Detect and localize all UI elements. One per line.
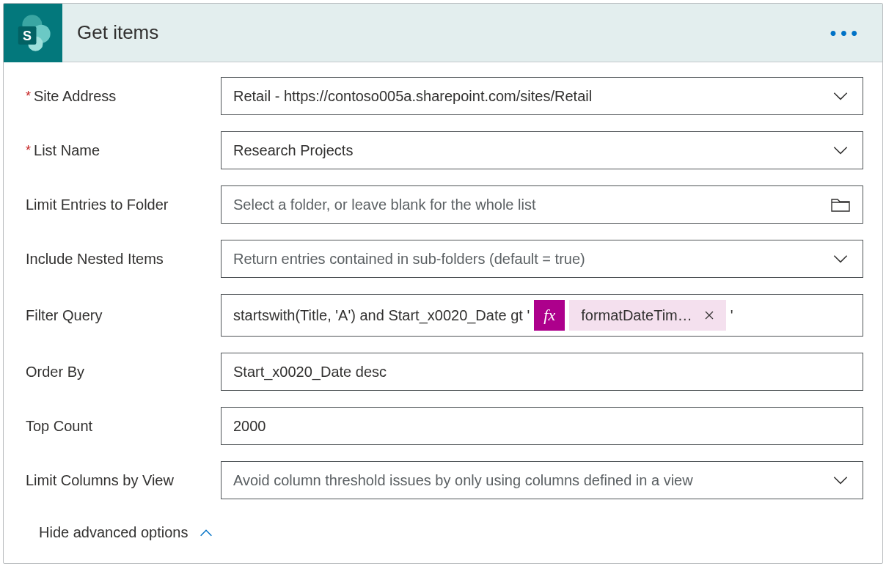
chevron-down-icon [827, 249, 854, 268]
top-count-input[interactable]: 2000 [221, 407, 863, 445]
filter-posttext: ' [731, 307, 733, 324]
row-orderby: Order By Start_x0020_Date desc [26, 353, 863, 391]
row-limitcols: Limit Columns by View Avoid column thres… [26, 461, 863, 499]
token-remove-button[interactable] [700, 306, 719, 325]
sharepoint-logo: S [4, 4, 62, 62]
expression-token[interactable]: formatDateTim… [569, 300, 726, 331]
chevron-down-icon [827, 471, 854, 490]
order-by-input[interactable]: Start_x0020_Date desc [221, 353, 863, 391]
toggle-label: Hide advanced options [39, 524, 188, 541]
list-name-dropdown[interactable]: Research Projects [221, 131, 863, 169]
fx-badge-icon: fx [534, 300, 565, 331]
row-filter: Filter Query startswith(Title, 'A') and … [26, 294, 863, 337]
action-card: S Get items ••• * Site Address Retail - … [3, 3, 883, 564]
chevron-down-icon [827, 141, 854, 160]
limit-columns-dropdown[interactable]: Avoid column threshold issues by only us… [221, 461, 863, 499]
card-header: S Get items ••• [4, 4, 882, 62]
chevron-up-icon [198, 525, 214, 541]
site-address-value: Retail - https://contoso005a.sharepoint.… [233, 88, 827, 105]
more-options-button[interactable]: ••• [810, 23, 882, 43]
list-name-value: Research Projects [233, 142, 827, 159]
label-text: Limit Entries to Folder [26, 196, 169, 213]
label-text: Filter Query [26, 307, 102, 324]
card-title[interactable]: Get items [62, 21, 810, 44]
label-limitcols: Limit Columns by View [26, 472, 221, 489]
nested-placeholder: Return entries contained in sub-folders … [233, 251, 827, 268]
folder-placeholder: Select a folder, or leave blank for the … [233, 196, 827, 213]
row-nested: Include Nested Items Return entries cont… [26, 240, 863, 278]
label-filter: Filter Query [26, 307, 221, 324]
nested-dropdown[interactable]: Return entries contained in sub-folders … [221, 240, 863, 278]
label-site-address: * Site Address [26, 88, 221, 105]
folder-icon[interactable] [827, 196, 854, 213]
filter-query-input[interactable]: startswith(Title, 'A') and Start_x0020_D… [221, 294, 863, 337]
card-body: * Site Address Retail - https://contoso0… [4, 62, 882, 563]
label-folder: Limit Entries to Folder [26, 196, 221, 213]
limit-columns-placeholder: Avoid column threshold issues by only us… [233, 472, 827, 489]
row-folder: Limit Entries to Folder Select a folder,… [26, 185, 863, 224]
label-text: Limit Columns by View [26, 472, 174, 489]
label-text: List Name [34, 142, 100, 159]
row-site-address: * Site Address Retail - https://contoso0… [26, 77, 863, 115]
row-topcount: Top Count 2000 [26, 407, 863, 445]
label-text: Include Nested Items [26, 251, 164, 268]
order-by-value: Start_x0020_Date desc [233, 364, 854, 381]
label-orderby: Order By [26, 364, 221, 381]
label-text: Top Count [26, 418, 92, 435]
filter-pretext: startswith(Title, 'A') and Start_x0020_D… [233, 307, 530, 324]
chevron-down-icon [827, 87, 854, 106]
required-marker: * [26, 143, 31, 158]
advanced-options-toggle[interactable]: Hide advanced options [26, 524, 863, 541]
row-list-name: * List Name Research Projects [26, 131, 863, 169]
label-nested: Include Nested Items [26, 251, 221, 268]
svg-text:S: S [23, 29, 32, 43]
label-text: Site Address [34, 88, 116, 105]
folder-picker[interactable]: Select a folder, or leave blank for the … [221, 185, 863, 224]
expression-token-label: formatDateTim… [581, 307, 692, 324]
site-address-dropdown[interactable]: Retail - https://contoso005a.sharepoint.… [221, 77, 863, 115]
top-count-value: 2000 [233, 418, 854, 435]
label-text: Order By [26, 364, 84, 381]
label-topcount: Top Count [26, 418, 221, 435]
label-list-name: * List Name [26, 142, 221, 159]
required-marker: * [26, 89, 31, 104]
sharepoint-icon: S [13, 13, 53, 53]
